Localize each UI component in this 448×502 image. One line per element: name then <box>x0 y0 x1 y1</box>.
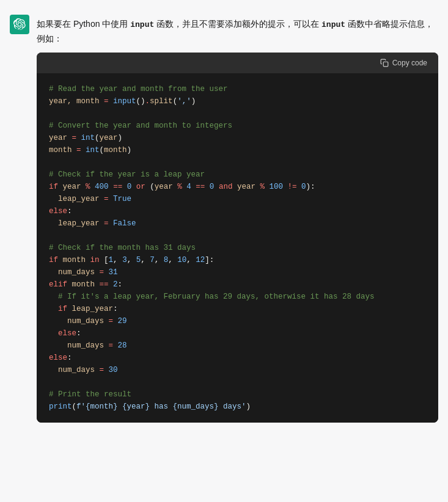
code-block: Copy code # Read the year and month from… <box>37 53 438 423</box>
intro-text-part2: 函数，并且不需要添加额外的提示，可以在 <box>154 19 321 29</box>
copy-code-button[interactable]: Copy code <box>376 57 431 68</box>
intro-code-input1: input <box>130 20 154 29</box>
copy-label: Copy code <box>392 59 427 67</box>
intro-text-part1: 如果要在 Python 中使用 <box>37 19 130 29</box>
intro-code-input2: input <box>321 20 345 29</box>
message-body: 如果要在 Python 中使用 input 函数，并且不需要添加额外的提示，可以… <box>37 15 438 423</box>
assistant-avatar <box>10 15 29 34</box>
intro-paragraph: 如果要在 Python 中使用 input 函数，并且不需要添加额外的提示，可以… <box>37 17 438 45</box>
code-content: # Read the year and month from the user … <box>37 73 438 423</box>
svg-rect-0 <box>383 62 388 67</box>
chat-message: 如果要在 Python 中使用 input 函数，并且不需要添加额外的提示，可以… <box>10 10 438 427</box>
code-header: Copy code <box>37 53 438 73</box>
copy-icon <box>380 59 389 67</box>
